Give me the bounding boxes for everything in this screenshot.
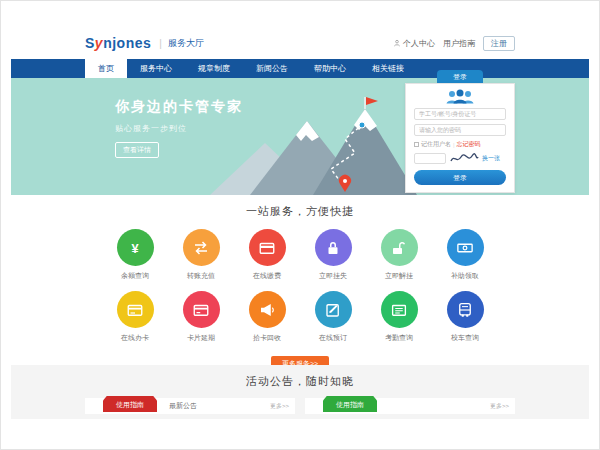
nav-item-news[interactable]: 新闻公告 [243, 59, 301, 78]
login-panel: 登录 记住用户名 | 忘记密码 [405, 70, 515, 193]
service-online-booking[interactable]: 在线预订 [303, 291, 363, 343]
service-school-bus-inquiry[interactable]: 校车查询 [435, 291, 495, 343]
card-clock-icon [192, 301, 210, 319]
bus-icon [456, 301, 474, 319]
nav-item-rules[interactable]: 规章制度 [185, 59, 243, 78]
separator: | [453, 142, 455, 148]
service-balance-inquiry[interactable]: ¥ 余额查询 [105, 229, 165, 281]
account-input[interactable] [414, 108, 506, 120]
header: Synjones | 服务大厅 个人中心 用户指南 注册 [11, 27, 589, 59]
banknote-icon [456, 239, 474, 257]
mountain-illustration [195, 95, 425, 195]
services-title: 一站服务，方便快捷 [85, 195, 515, 219]
service-lost-card-recovery[interactable]: 拾卡回收 [237, 291, 297, 343]
card-icon [258, 239, 276, 257]
tab-user-guide-right[interactable]: 使用指南 [323, 396, 377, 412]
list-card-icon [390, 301, 408, 319]
card-icon [126, 301, 144, 319]
service-online-payment[interactable]: 在线缴费 [237, 229, 297, 281]
more-link-right[interactable]: 更多>> [490, 398, 509, 414]
service-subsidy-collection[interactable]: 补助领取 [435, 229, 495, 281]
lock-icon [324, 239, 342, 257]
hero-banner: 你身边的卡管专家 贴心服务一步到位 查看详情 登录 [11, 78, 589, 195]
login-tab[interactable]: 登录 [437, 70, 483, 83]
users-icon [445, 89, 475, 104]
nav-item-help-center[interactable]: 帮助中心 [301, 59, 359, 78]
captcha-input[interactable] [414, 153, 446, 164]
remember-checkbox[interactable] [414, 142, 419, 147]
svg-text:¥: ¥ [131, 240, 139, 255]
services-row-1: ¥ 余额查询 转账充值 在线缴费 立即挂失 [85, 229, 515, 281]
hero-cta-button[interactable]: 查看详情 [115, 142, 159, 158]
captcha-image[interactable] [449, 152, 479, 165]
transfer-arrows-icon [192, 239, 210, 257]
yen-icon: ¥ [126, 239, 144, 257]
services-row-2: 在线办卡 卡片延期 拾卡回收 在线预订 [85, 291, 515, 343]
services-section: 一站服务，方便快捷 ¥ 余额查询 转账充值 在线缴费 [11, 195, 589, 365]
brand-subtitle: 服务大厅 [168, 37, 204, 50]
edit-icon [324, 301, 342, 319]
announcements-right-panel: 使用指南 更多>> [305, 398, 515, 414]
nav-item-home[interactable]: 首页 [85, 59, 127, 78]
service-online-card-application[interactable]: 在线办卡 [105, 291, 165, 343]
person-icon [393, 39, 401, 47]
unlock-icon [390, 239, 408, 257]
brand-accent-letter: y [95, 35, 103, 51]
forgot-password-link[interactable]: 忘记密码 [457, 140, 481, 149]
personal-center-link[interactable]: 个人中心 [393, 38, 435, 49]
service-transfer-recharge[interactable]: 转账充值 [171, 229, 231, 281]
service-card-extension[interactable]: 卡片延期 [171, 291, 231, 343]
nav-item-service-center[interactable]: 服务中心 [127, 59, 185, 78]
remember-label[interactable]: 记住用户名 [421, 140, 451, 149]
announcements-title: 活动公告，随时知晓 [85, 365, 515, 389]
password-input[interactable] [414, 124, 506, 136]
login-submit-button[interactable]: 登录 [414, 170, 506, 185]
announcements-section: 活动公告，随时知晓 使用指南 最新公告 更多>> 使用指南 更多>> [11, 365, 589, 419]
tab-user-guide-left[interactable]: 使用指南 [103, 396, 157, 412]
change-captcha-link[interactable]: 换一张 [482, 154, 500, 163]
service-attendance-inquiry[interactable]: 考勤查询 [369, 291, 429, 343]
service-cancel-loss[interactable]: 立即解挂 [369, 229, 429, 281]
register-button[interactable]: 注册 [483, 36, 515, 51]
announcements-left-panel: 使用指南 最新公告 更多>> [85, 398, 295, 414]
tab-latest-announcements[interactable]: 最新公告 [169, 398, 197, 414]
logo-divider: | [159, 38, 162, 49]
service-report-loss[interactable]: 立即挂失 [303, 229, 363, 281]
megaphone-icon [258, 301, 276, 319]
brand-logo[interactable]: Synjones | 服务大厅 [85, 35, 204, 51]
user-guide-link[interactable]: 用户指南 [443, 38, 475, 49]
brand-name: Synjones [85, 35, 151, 51]
more-link-left[interactable]: 更多>> [270, 398, 289, 414]
